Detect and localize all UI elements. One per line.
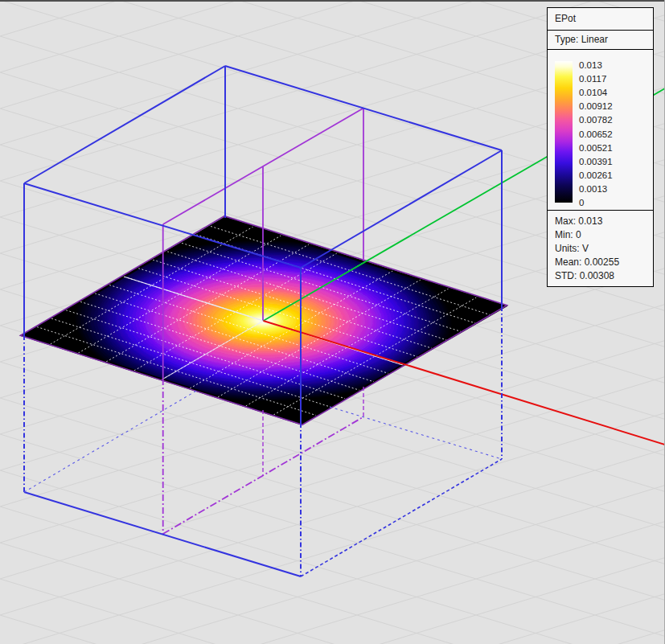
legend-stat-line: Min: 0 [555, 228, 653, 242]
legend-stat-line: Max: 0.013 [555, 215, 653, 228]
legend-stat-line: Units: V [555, 242, 653, 256]
window-top-edge [0, 0, 664, 2]
legend-type-label: Type: Linear [548, 31, 653, 50]
colorbar-tick-label: 0.00521 [579, 143, 613, 153]
colorbar-tick-label: 0.00782 [579, 115, 613, 125]
colorbar-tick-label: 0.00652 [579, 129, 613, 139]
colorbar-tick-label: 0.00912 [579, 101, 613, 111]
legend-stats: Max: 0.013Min: 0Units: VMean: 0.00255STD… [548, 211, 653, 286]
viewport-3d[interactable]: EPot Type: Linear 0.0130.01170.01040.009… [0, 0, 665, 644]
legend-panel[interactable]: EPot Type: Linear 0.0130.01170.01040.009… [547, 7, 654, 287]
colorbar-tick-label: 0 [579, 198, 584, 207]
colorbar-tick-label: 0.013 [579, 60, 602, 70]
legend-stat-line: Mean: 0.00255 [555, 256, 653, 269]
legend-stat-line: STD: 0.00308 [555, 269, 653, 283]
colorbar-tick-label: 0.00391 [579, 157, 613, 166]
colorbar-gradient [555, 61, 573, 203]
colorbar-tick-label: 0.0104 [579, 88, 607, 97]
legend-title: EPot [548, 8, 653, 31]
colorbar-section: 0.0130.01170.01040.009120.007820.006520.… [548, 50, 653, 211]
colorbar-tick-label: 0.0013 [579, 184, 607, 194]
colorbar-tick-label: 0.0117 [579, 74, 606, 84]
colorbar-tick-label: 0.00261 [579, 170, 613, 180]
